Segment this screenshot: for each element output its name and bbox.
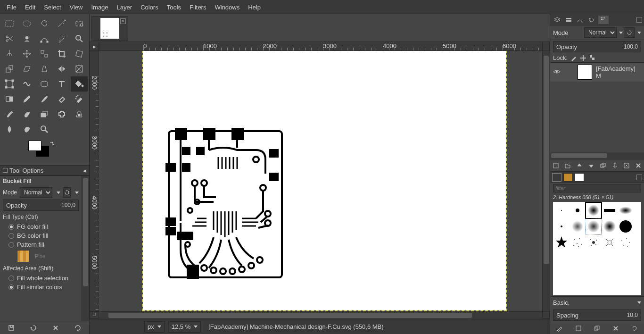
tool-airbrush[interactable]: [71, 92, 88, 107]
anchor-layer-icon[interactable]: [611, 162, 618, 169]
fill-fg-radio[interactable]: FG color fill: [0, 222, 82, 231]
tool-rect-select[interactable]: [1, 16, 18, 31]
menu-filters[interactable]: Filters: [186, 2, 210, 13]
mode-reset-button[interactable]: [63, 187, 71, 198]
tool-pencil[interactable]: [18, 92, 35, 107]
tool-paintbrush[interactable]: [36, 92, 53, 107]
zoom-select[interactable]: 12,5 %: [168, 321, 201, 333]
tool-bucket-fill[interactable]: [71, 76, 88, 92]
lock-pixels-icon[interactable]: [570, 55, 577, 61]
menu-image[interactable]: Image: [87, 2, 112, 13]
duplicate-brush-icon[interactable]: [594, 325, 600, 332]
menu-file[interactable]: File: [3, 2, 20, 13]
menu-select[interactable]: Select: [40, 2, 65, 13]
layer-row[interactable]: [FabAcademy] M: [550, 63, 644, 82]
fill-whole-radio[interactable]: Fill whole selection: [0, 274, 82, 283]
tool-move[interactable]: [18, 46, 35, 61]
paths-tab-icon[interactable]: [575, 16, 585, 24]
tool-shear[interactable]: [18, 61, 35, 76]
edit-brush-icon[interactable]: [556, 325, 563, 332]
patterns-tab-icon[interactable]: [563, 173, 573, 182]
restore-icon[interactable]: [30, 324, 37, 332]
opacity-slider[interactable]: Opacity 100,0: [3, 200, 79, 211]
tool-by-color-select[interactable]: [71, 16, 88, 31]
tool-unified-transform[interactable]: [1, 76, 18, 92]
tool-gradient[interactable]: [1, 92, 18, 107]
horizontal-ruler[interactable]: 0100020003000400050006000: [99, 42, 542, 51]
brushes-tab-icon[interactable]: [552, 173, 561, 182]
mode-select[interactable]: Normal: [20, 187, 52, 198]
quickmask-toggle[interactable]: □: [90, 311, 99, 319]
menu-layer[interactable]: Layer: [113, 2, 136, 13]
dock-detach-icon[interactable]: [636, 17, 642, 23]
dock-menu-icon[interactable]: ◂: [83, 167, 86, 174]
layer-visibility-icon[interactable]: [553, 68, 561, 77]
tool-ink[interactable]: [1, 107, 18, 122]
tool-eraser[interactable]: [53, 92, 70, 107]
brush-filter-input[interactable]: [553, 184, 641, 192]
new-group-icon[interactable]: [564, 162, 571, 169]
delete-brush-icon[interactable]: [612, 325, 619, 332]
tool-options-scrollbar[interactable]: [82, 176, 89, 321]
tool-rotate[interactable]: [71, 46, 88, 61]
delete-icon[interactable]: [52, 324, 59, 332]
histogram-tab-icon[interactable]: [598, 16, 609, 24]
tool-perspective-clone[interactable]: [71, 107, 88, 122]
swap-colors-icon[interactable]: [49, 141, 56, 147]
tool-scale[interactable]: [1, 61, 18, 76]
refresh-brush-icon[interactable]: [631, 325, 638, 332]
menu-windows[interactable]: Windows: [211, 2, 243, 13]
tool-blur[interactable]: [1, 122, 18, 137]
layer-name[interactable]: [FabAcademy] M: [596, 65, 641, 79]
fill-similar-radio[interactable]: Fill similar colors: [0, 283, 82, 292]
color-swatches[interactable]: [28, 141, 89, 163]
tool-color-picker[interactable]: [53, 31, 70, 46]
fg-color-swatch[interactable]: [28, 141, 41, 151]
ruler-origin[interactable]: ▸: [90, 42, 99, 51]
tool-mypaint[interactable]: [18, 107, 35, 122]
layer-opacity-slider[interactable]: Opacity 100,0: [553, 41, 641, 52]
unit-select[interactable]: px: [144, 321, 165, 333]
tool-measure[interactable]: [1, 46, 18, 61]
menu-edit[interactable]: Edit: [21, 2, 39, 13]
tool-smudge[interactable]: [18, 122, 35, 137]
menu-help[interactable]: Help: [244, 2, 264, 13]
tool-flip[interactable]: [53, 61, 70, 76]
layer-mode-reset[interactable]: [624, 27, 635, 38]
image-tab[interactable]: ×: [91, 16, 128, 41]
reset-icon[interactable]: [74, 324, 82, 332]
vertical-ruler[interactable]: 2000300040005000: [90, 51, 99, 311]
menu-tools[interactable]: Tools: [163, 2, 185, 13]
tool-ellipse-select[interactable]: [18, 16, 35, 31]
tool-warp[interactable]: [18, 76, 35, 92]
channels-tab-icon[interactable]: [563, 16, 574, 24]
tool-paths[interactable]: [36, 31, 53, 46]
close-tab-icon[interactable]: ×: [120, 18, 126, 24]
layers-hscrollbar[interactable]: [550, 152, 644, 159]
new-brush-icon[interactable]: [575, 325, 582, 332]
tool-clone[interactable]: [36, 107, 53, 122]
lock-position-icon[interactable]: [580, 55, 586, 61]
tool-dodge[interactable]: [36, 122, 53, 137]
tool-fuzzy-select[interactable]: [53, 16, 70, 31]
lower-layer-icon[interactable]: [588, 162, 594, 169]
lock-alpha-icon[interactable]: [589, 55, 596, 61]
menu-view[interactable]: View: [66, 2, 87, 13]
brush-grid[interactable]: [553, 202, 641, 295]
menu-colors[interactable]: Colors: [137, 2, 162, 13]
tool-text[interactable]: [53, 76, 70, 92]
tool-crop[interactable]: [53, 46, 70, 61]
fill-bg-radio[interactable]: BG color fill: [0, 231, 82, 240]
tool-align[interactable]: [36, 46, 53, 61]
gradients-tab-icon[interactable]: [575, 173, 584, 182]
undo-tab-icon[interactable]: [586, 16, 596, 24]
canvas-hscrollbar[interactable]: [99, 311, 542, 319]
fill-pattern-radio[interactable]: Pattern fill: [0, 240, 82, 249]
tool-foreground-select[interactable]: [18, 31, 35, 46]
merge-layer-icon[interactable]: [623, 162, 630, 169]
canvas-page[interactable]: [143, 51, 506, 310]
navigation-icon[interactable]: [542, 311, 550, 319]
pattern-swatch[interactable]: [17, 250, 29, 262]
brush-spacing-slider[interactable]: Spacing 10,0: [553, 309, 641, 321]
canvas-vscrollbar[interactable]: [542, 51, 550, 311]
